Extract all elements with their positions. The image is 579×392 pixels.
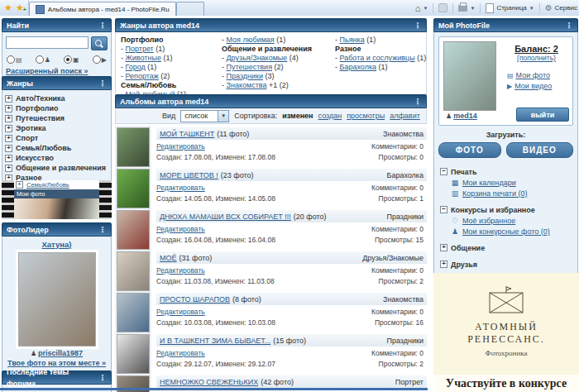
album-thumbnail[interactable]	[117, 210, 150, 250]
author-genre-link[interactable]: Путешествия	[227, 63, 273, 71]
username-link[interactable]: med14	[453, 112, 477, 120]
album-edit-link[interactable]: Редактировать	[156, 308, 205, 316]
advanced-search-link[interactable]: Расширенный поиск »	[6, 67, 89, 75]
favorites-icon[interactable]: ★	[4, 3, 12, 12]
ad-cta[interactable]: Участвуйте в конкурсе	[433, 375, 579, 392]
panel-menu-icon[interactable]: ⋮	[98, 374, 107, 382]
search-type-option[interactable]: ▤	[7, 55, 22, 64]
add-favorite-icon[interactable]: ★+	[16, 3, 24, 12]
upload-photo-button[interactable]: ФОТО	[438, 142, 501, 158]
album-title-link[interactable]: ДНЮХА МАМАШИ ВСХ СОБИРАЕТ !!!	[160, 213, 291, 221]
album-edit-link[interactable]: Редактировать	[156, 225, 205, 233]
panel-menu-icon[interactable]: ⋮	[414, 98, 422, 106]
menu-section-header[interactable]: −Печать	[440, 166, 573, 177]
menu-section-header[interactable]: +Общение	[440, 242, 573, 253]
panel-menu-icon[interactable]: ⋮	[98, 22, 107, 30]
sidebar-genre-item[interactable]: +Эротика	[5, 123, 108, 133]
author-genre-link[interactable]: Пьянка	[340, 36, 365, 44]
my-photos-link[interactable]: Мои фото	[516, 71, 550, 79]
chevron-down-icon[interactable]: ▼	[529, 6, 534, 11]
menu-item-link[interactable]: Мои конкурсные фото (0)	[462, 227, 550, 236]
sidebar-genre-item[interactable]: +Спорт	[5, 133, 108, 143]
album-title-link[interactable]: ПРОСТО ШАРАПОВ	[160, 295, 230, 304]
page-menu[interactable]: Страница	[496, 4, 526, 12]
panel-menu-icon[interactable]: ⋮	[98, 226, 107, 234]
search-type-option[interactable]: ▣	[64, 55, 79, 64]
chevron-down-icon[interactable]: ▼	[470, 6, 475, 11]
author-genre-link[interactable]: Работа и сослуживцы	[340, 54, 415, 62]
view-select[interactable]: список ▼	[180, 110, 229, 122]
album-title-link[interactable]: НЕМНОЖКО СВЕЖЕНЬКИХ	[160, 378, 258, 386]
browser-tab[interactable]: Альбомы автора - med14 - PhotoFile.Ru	[29, 2, 176, 17]
album-thumbnail[interactable]	[117, 127, 150, 167]
collapse-icon[interactable]: −	[440, 168, 447, 175]
search-type-option[interactable]: ♟	[36, 55, 50, 64]
chevron-down-icon[interactable]: ▼	[423, 6, 428, 11]
author-genre-link[interactable]: Моя любимая	[227, 36, 275, 44]
album-title-link[interactable]: МОРЕ ЦВЕТОВ !	[160, 171, 218, 179]
album-thumbnail[interactable]	[117, 251, 150, 291]
radio-button[interactable]	[7, 55, 15, 64]
album-title-link[interactable]: МОЁ	[160, 254, 177, 262]
sidebar-genre-item[interactable]: +Портфолио	[5, 103, 108, 113]
sidebar-genre-item[interactable]: +Авто/Техника	[5, 93, 108, 103]
new-tab-button[interactable]	[176, 2, 204, 17]
sort-option[interactable]: создан	[318, 112, 342, 120]
leader-photo-title-link[interactable]: Хатуна)	[42, 240, 72, 249]
radio-button[interactable]	[93, 55, 101, 64]
author-genre-link[interactable]: Друзья/Знакомые	[227, 54, 288, 62]
album-edit-link[interactable]: Редактировать	[156, 349, 205, 357]
upload-video-button[interactable]: ВИДЕО	[506, 142, 573, 158]
author-genre-link[interactable]: Животные	[126, 54, 161, 62]
leader-photo[interactable]	[18, 252, 96, 347]
sidebar-genre-item[interactable]: +Общение и развлечения	[5, 163, 108, 173]
panel-menu-icon[interactable]: ⋮	[98, 79, 107, 88]
leader-username-link[interactable]: priscilla1987	[38, 349, 83, 357]
search-button[interactable]	[91, 36, 108, 50]
sidebar-genre-item[interactable]: +Семья/Любовь	[5, 143, 108, 153]
author-genre-link[interactable]: Портрет	[126, 45, 154, 53]
album-thumbnail[interactable]	[117, 169, 150, 208]
sort-option[interactable]: алфавит	[390, 112, 420, 120]
author-genre-link[interactable]: Праздники	[227, 72, 264, 80]
my-videos-link[interactable]: Мои видео	[514, 82, 552, 90]
panel-menu-icon[interactable]: ⋮	[565, 22, 573, 30]
avatar[interactable]	[443, 41, 496, 111]
expand-icon[interactable]: +	[5, 155, 12, 162]
print-icon[interactable]	[458, 5, 467, 12]
banner-genre-link[interactable]: Семья/Любовь	[26, 181, 69, 189]
author-genre-link[interactable]: Репортаж	[126, 72, 159, 80]
author-genre-link[interactable]: Барахолка	[340, 63, 377, 71]
panel-menu-icon[interactable]: ⋮	[414, 22, 422, 30]
sidebar-genre-item[interactable]: +Искусство	[5, 153, 108, 163]
album-title-link[interactable]: И В ТАШКЕНТ ЗИМА БЫВАЕТ...	[160, 337, 270, 345]
search-input[interactable]	[6, 36, 89, 49]
expand-icon[interactable]: +	[5, 145, 12, 152]
album-thumbnail[interactable]	[117, 334, 150, 374]
radio-button[interactable]	[64, 55, 72, 64]
album-title-link[interactable]: МОЙ ТАШКЕНТ	[160, 130, 214, 138]
collapse-icon[interactable]: −	[440, 206, 447, 213]
menu-item-link[interactable]: Моё избранное	[462, 217, 515, 225]
tools-menu[interactable]: Сервис	[555, 4, 577, 12]
home-icon[interactable]: ⌂	[415, 3, 421, 13]
topup-link[interactable]: (пополнить)	[517, 54, 556, 62]
album-edit-link[interactable]: Редактировать	[156, 142, 205, 151]
sort-option[interactable]: просмотры	[347, 112, 385, 120]
logout-button[interactable]: выйти	[516, 108, 569, 122]
expand-icon[interactable]: +	[440, 261, 447, 268]
search-type-option[interactable]: ▶	[93, 55, 107, 64]
menu-item-link[interactable]: Мои календари	[462, 179, 516, 187]
expand-icon[interactable]: +	[5, 125, 12, 132]
author-genre-link[interactable]: Знакомства	[227, 81, 267, 89]
expand-icon[interactable]: +	[5, 165, 12, 172]
album-edit-link[interactable]: Редактировать	[156, 184, 205, 192]
expand-icon[interactable]: +	[5, 115, 12, 122]
menu-item-link[interactable]: Корзина печати (0)	[462, 189, 528, 198]
balance-link[interactable]: Баланс: 2	[514, 44, 558, 54]
radio-button[interactable]	[36, 55, 44, 64]
expand-icon[interactable]: +	[440, 244, 447, 251]
menu-section-header[interactable]: +Друзья	[440, 259, 573, 270]
contest-ad[interactable]: АТОМНЫЙ РЕНЕССАНС. Фотохроника Участвуйт…	[433, 273, 579, 392]
expand-icon[interactable]: +	[5, 95, 12, 103]
